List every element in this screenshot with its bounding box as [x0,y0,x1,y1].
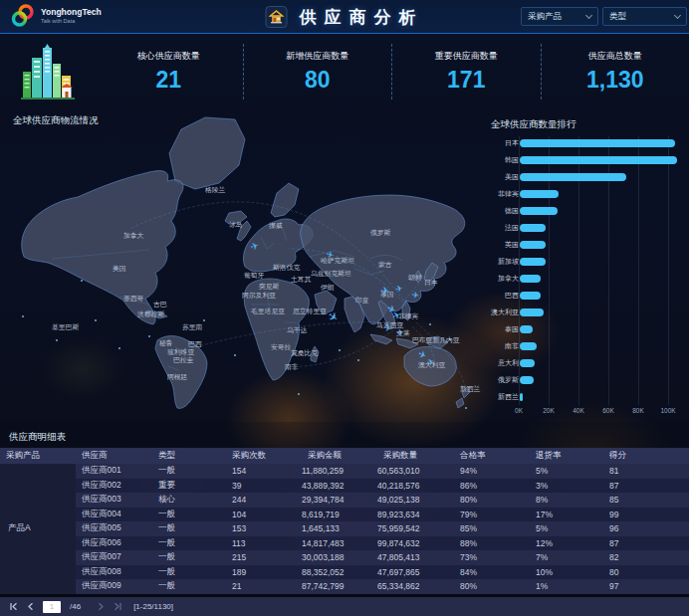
ranking-bar[interactable] [520,325,533,333]
page-number-input[interactable] [43,601,61,613]
ranking-category-label: 韩国 [491,155,519,165]
ranking-bar-row: 美国 [491,168,683,185]
table-cell: 40,218,576 [377,479,454,494]
x-axis-tick: 40K [573,407,584,414]
ranking-bar[interactable] [520,342,537,350]
ranking-bar[interactable] [520,224,546,232]
ranking-bar[interactable] [520,156,677,164]
ranking-bar-row: 意大利 [491,354,683,371]
table-row[interactable]: 供应商006一般11314,817,48399,874,63288%12%87 [0,536,689,551]
table-cell: 一般 [152,565,226,580]
ranking-category-label: 德国 [491,206,519,216]
table-cell: 113 [226,536,302,551]
prev-page-icon[interactable] [27,602,34,611]
ranking-bar-row: 澳大利亚 [491,304,683,320]
ranking-bar[interactable] [520,173,626,181]
world-map-panel: 全球供应商物流情况 [0,109,488,422]
table-cell: 189 [226,565,302,580]
map-city-dot [81,280,83,282]
ranking-category-label: 美国 [491,172,519,182]
supplier-detail-table: 采购产品供应商类型采购次数采购金额采购数量合格率退货率得分 产品A供应商001一… [0,448,689,594]
filter-type-select[interactable]: 类型 [602,7,687,26]
x-axis-tick: 60K [602,407,614,414]
map-country-label: 挪威 [269,222,283,229]
ranking-bar[interactable] [520,139,675,147]
table-row[interactable]: 供应商007一般21530,003,18847,805,41373%7%82 [0,550,689,565]
table-row[interactable]: 供应商004一般1048,619,71989,923,63479%17%99 [0,508,689,522]
table-cell: 43,889,392 [302,479,377,494]
map-country-label: 新西兰 [460,385,481,393]
table-cell: 供应商006 [76,536,152,551]
ranking-bar[interactable] [520,190,559,198]
map-country-label: 土耳其 [291,276,312,284]
table-cell: 154 [226,464,302,479]
table-row[interactable]: 供应商002重要3943,889,39240,218,57686%3%87 [0,479,689,494]
map-city-dot [357,359,359,361]
table-cell: 99 [603,508,689,522]
ranking-bar[interactable] [520,359,535,367]
brand-tagline: Talk with Data [41,19,102,25]
ranking-bar[interactable] [520,376,534,384]
ranking-category-label: 新加坡 [491,257,519,267]
filter-product-label: 采购产品 [528,11,562,23]
x-axis-tick: 20K [543,407,555,414]
map-country-label: 阿尔及利亚 [242,292,276,300]
table-cell: 12% [530,536,603,551]
filter-type-label: 类型 [609,11,626,23]
ranking-bar[interactable] [520,393,523,401]
table-row[interactable]: 供应商003核心24429,394,78449,025,13880%8%85 [0,493,689,508]
ranking-category-label: 意大利 [491,358,519,368]
table-column-header: 得分 [603,448,689,464]
ranking-bar[interactable] [520,207,558,215]
ranking-bar-row: 韩国 [491,151,683,168]
world-map: ✈✈✈✈✈✈✈✈✈✈✈✈ 格陵兰冰岛加拿大美国墨西哥古巴洪都拉斯基里巴斯苏里南秘… [0,109,488,422]
map-country-label: 文莱 [396,329,410,336]
ranking-bar-row: 巴西 [491,287,683,304]
map-country-label: 伊朗 [321,284,335,292]
ranking-bar-row: 日本 [491,134,683,151]
ranking-bar-row: 新加坡 [491,253,683,270]
table-cell: 5% [530,521,603,536]
next-page-icon[interactable] [98,602,105,611]
map-country-label: 哈萨克斯坦 [321,257,354,265]
table-column-header: 合格率 [454,448,530,464]
table-cell: 79% [454,508,530,522]
ranking-bar-chart: 日本韩国美国菲律宾德国法国英国新加坡加拿大巴西澳大利亚泰国南非意大利俄罗斯新西兰 [491,134,683,405]
map-country-label: 莫桑比克 [291,349,318,357]
map-city-dot [148,335,150,337]
table-row[interactable]: 供应商005一般1531,645,13375,959,54285%5%96 [0,521,689,536]
first-page-icon[interactable] [9,602,18,611]
table-column-header: 采购数量 [377,448,454,464]
table-cell: 供应商003 [76,493,152,508]
last-page-icon[interactable] [114,602,122,611]
kpi-label: 重要供应商数量 [392,50,541,63]
table-row[interactable]: 供应商009一般2187,742,79965,334,86280%1%97 [0,579,689,594]
map-country-label: 美国 [113,265,126,273]
table-cell: 87 [603,536,689,551]
table-row[interactable]: 产品A供应商001一般15411,880,25960,563,01094%5%8… [0,464,689,479]
table-cell: 一般 [152,508,226,522]
map-country-label: 墨西哥 [123,295,144,303]
table-cell: 一般 [152,521,226,536]
ranking-bar-row: 法国 [491,219,683,236]
table-cell: 81 [603,464,689,479]
map-country-label: 日本 [424,279,438,287]
ranking-bar[interactable] [520,308,544,316]
product-group-cell: 产品A [0,464,76,594]
map-city-dot [429,323,431,325]
ranking-bar[interactable] [520,258,546,266]
table-cell: 85 [603,493,689,508]
table-cell: 8% [530,493,603,508]
ranking-bar[interactable] [520,275,541,283]
ranking-bar[interactable] [520,292,541,300]
ranking-bar-row: 加拿大 [491,270,683,287]
ranking-bar[interactable] [520,241,546,249]
filter-product-select[interactable]: 采购产品 [521,7,598,26]
table-cell: 104 [226,508,302,522]
table-row[interactable]: 供应商008一般18988,352,05247,697,86584%10%80 [0,565,689,580]
map-country-label: 玻利维亚 [167,348,194,356]
table-cell: 80% [454,493,530,508]
x-axis-tick: 100K [660,407,675,414]
map-country-label: 巴拉圭 [173,356,194,363]
chevron-down-icon [585,11,592,18]
